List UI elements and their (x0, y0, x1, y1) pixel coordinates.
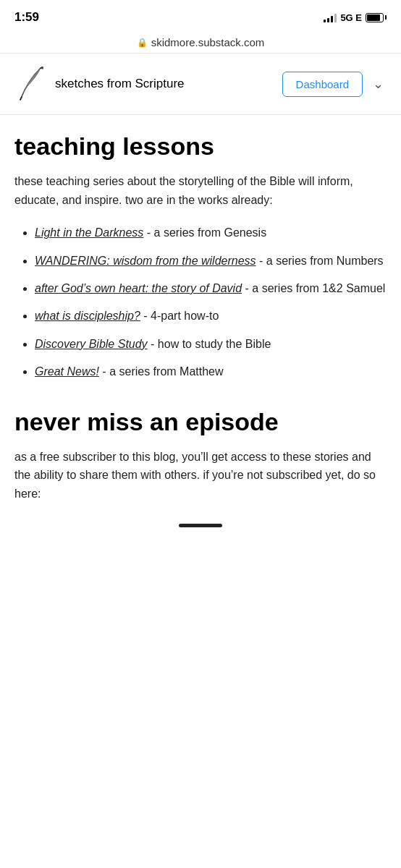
never-miss-body: as a free subscriber to this blog, you’l… (14, 448, 387, 503)
url-text: skidmore.substack.com (151, 36, 265, 48)
list-item: after God’s own heart: the story of Davi… (35, 279, 387, 298)
site-header: sketches from Scripture Dashboard ⌄ (0, 54, 401, 115)
battery-icon (366, 13, 387, 22)
wandering-link[interactable]: WANDERING: wisdom from the wilderness (35, 255, 256, 267)
address-content: 🔒 skidmore.substack.com (137, 36, 265, 48)
teaching-heading: teaching lessons (14, 132, 387, 161)
status-icons: 5G E (324, 12, 387, 23)
list-item-suffix: - a series from Matthew (99, 365, 224, 378)
list-item-suffix: - a series from 1&2 Samuel (242, 282, 385, 294)
site-name: sketches from Scripture (55, 76, 185, 92)
never-miss-heading: never miss an episode (14, 408, 387, 436)
list-item-suffix: - a series from Genesis (143, 226, 266, 239)
list-item: Light in the Darkness - a series from Ge… (35, 224, 387, 242)
list-item: what is discipleship? - 4-part how-to (35, 307, 387, 326)
chevron-down-icon[interactable]: ⌄ (370, 73, 387, 95)
list-item-suffix: - 4-part how-to (140, 310, 219, 322)
great-news-link[interactable]: Great News! (35, 365, 99, 378)
main-content: teaching lessons these teaching series a… (0, 115, 401, 550)
list-item: WANDERING: wisdom from the wilderness - … (35, 252, 387, 271)
david-link[interactable]: after God’s own heart: the story of Davi… (35, 282, 242, 294)
subscribe-bar[interactable] (179, 524, 222, 527)
header-actions: Dashboard ⌄ (282, 72, 387, 97)
light-darkness-link[interactable]: Light in the Darkness (35, 226, 143, 239)
status-bar: 1:59 5G E (0, 0, 401, 32)
status-time: 1:59 (14, 10, 39, 25)
teaching-list: Light in the Darkness - a series from Ge… (14, 224, 387, 381)
list-item: Discovery Bible Study - how to study the… (35, 335, 387, 354)
network-label: 5G E (340, 12, 362, 23)
dashboard-button[interactable]: Dashboard (282, 72, 363, 97)
list-item-suffix: - how to study the Bible (148, 338, 271, 350)
site-logo (14, 65, 46, 103)
signal-icon (324, 12, 337, 22)
discipleship-link[interactable]: what is discipleship? (35, 310, 140, 322)
address-bar[interactable]: 🔒 skidmore.substack.com (0, 32, 401, 54)
list-item: Great News! - a series from Matthew (35, 362, 387, 381)
teaching-intro: these teaching series about the storytel… (14, 172, 387, 209)
discovery-link[interactable]: Discovery Bible Study (35, 338, 148, 350)
site-branding: sketches from Scripture (14, 65, 185, 103)
list-item-suffix: - a series from Numbers (256, 255, 384, 267)
lock-icon: 🔒 (137, 38, 148, 48)
